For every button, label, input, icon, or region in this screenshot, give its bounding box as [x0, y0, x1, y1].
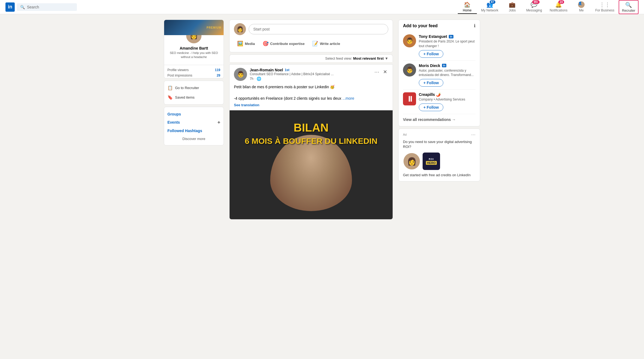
tony-avatar: 👨	[403, 34, 416, 47]
post-author-name[interactable]: Jean-Romain Noel 1st	[250, 68, 371, 72]
post-author-title: Consultant SEO Freelance | Adobe | Bitri…	[250, 72, 371, 76]
ad-body: Get started with free ad credits on Link…	[403, 173, 476, 178]
post-close-button[interactable]: ✕	[382, 68, 388, 76]
premium-badge: PREMIUM	[207, 26, 221, 29]
right-sidebar: Add to your feed ℹ 👨 Tony Estanguet in P…	[398, 20, 480, 220]
sidebar-events[interactable]: Events +	[167, 118, 220, 127]
nav-recruiter-label: Recruiter	[622, 9, 635, 13]
media-label: Media	[245, 42, 255, 46]
expertise-label: Contribute expertise	[270, 42, 305, 46]
business-icon: ⋮⋮	[599, 1, 610, 8]
sidebar-item-recruiter[interactable]: 📋 Go to Recruiter	[164, 83, 224, 93]
recruiter-link-icon: 📋	[167, 85, 173, 90]
home-icon: 🏠	[464, 1, 471, 8]
moris-avatar: 👨	[403, 63, 416, 77]
composer-media[interactable]: 🖼️ Media	[234, 38, 258, 49]
composer-article[interactable]: 📝 Write article	[309, 38, 343, 49]
post-image: BILAN 6 MOIS À BOUFFER DU LINKEDIN	[230, 110, 393, 219]
expertise-icon: 🎯	[263, 41, 269, 47]
saved-link-label: Saved items	[175, 95, 195, 99]
nav-jobs[interactable]: 💼 Jobs	[503, 0, 522, 14]
sidebar-hashtags[interactable]: Followed Hashtags	[167, 127, 220, 135]
suggest-item-creapills: ⏸ Creapills 🌶️ Company • Advertising Ser…	[403, 90, 476, 114]
tony-follow-button[interactable]: + Follow	[419, 50, 443, 58]
ad-menu-icon[interactable]: ⋯	[471, 132, 476, 137]
article-label: Write article	[320, 42, 340, 46]
start-post-input[interactable]: Start post	[249, 24, 388, 34]
sidebar-groups[interactable]: Groups	[167, 110, 220, 118]
search-bar[interactable]: 🔍 Search	[17, 3, 77, 11]
tony-title: Président de Paris 2024. Le sport peut t…	[419, 39, 476, 48]
post-impressions-stat[interactable]: Post impressions 29	[164, 73, 224, 78]
time-dot: ·	[254, 77, 255, 81]
creapills-follow-button[interactable]: + Follow	[419, 104, 443, 111]
feed-suggestions-card: Add to your feed ℹ 👨 Tony Estanguet in P…	[398, 20, 480, 126]
ad-profile-avatar: 👩	[403, 153, 420, 170]
feed: 👩 Start post 🖼️ Media 🎯 Contribute exper…	[229, 20, 393, 220]
post-composer: 👩 Start post 🖼️ Media 🎯 Contribute exper…	[229, 20, 393, 52]
creapills-name: Creapills 🌶️	[419, 92, 476, 97]
nav-home[interactable]: 🏠 Home	[458, 0, 477, 14]
saved-link-icon: 🔖	[167, 95, 173, 100]
messaging-badge: 99+	[532, 0, 540, 4]
profile-info: Amandine Bartt SEO medicine - I help you…	[164, 46, 224, 63]
main-nav: 🏠 Home 👥87 My Network 💼 Jobs 💬99+ Messag…	[458, 0, 639, 14]
feed-suggestions-title: Add to your feed	[403, 23, 438, 28]
post-more-link[interactable]: ...more	[342, 96, 354, 101]
jobs-icon: 💼	[509, 1, 516, 8]
post-actions: ⋯ ✕	[373, 68, 388, 76]
ad-images: 👩 ROI HERO	[403, 153, 476, 170]
nav-messaging[interactable]: 💬99+ Messaging	[523, 0, 545, 14]
ad-card: Ad ⋯ Do you need to save your digital ad…	[398, 129, 480, 181]
nav-notifications[interactable]: 🔔24 Notifications	[546, 0, 571, 14]
hashtags-label: Followed Hashtags	[167, 129, 202, 133]
suggest-item-tony: 👨 Tony Estanguet in Président de Paris 2…	[403, 32, 476, 61]
post-impressions-count: 29	[217, 74, 220, 77]
discover-more[interactable]: Discover more	[167, 135, 220, 142]
sidebar-links: 📋 Go to Recruiter 🔖 Saved items	[164, 81, 224, 105]
events-add-icon[interactable]: +	[217, 120, 220, 125]
profile-name[interactable]: Amandine Bartt	[167, 46, 220, 50]
creapills-avatar: ⏸	[403, 92, 416, 105]
left-sidebar: PREMIUM 👩 Amandine Bartt SEO medicine - …	[164, 20, 224, 220]
tony-info: Tony Estanguet in Président de Paris 202…	[419, 34, 476, 58]
moris-follow-button[interactable]: + Follow	[419, 79, 443, 87]
post-image-subtitle: 6 MOIS À BOUFFER DU LINKEDIN	[230, 136, 393, 146]
nav-me[interactable]: 👤 Me	[572, 0, 591, 14]
nav-business[interactable]: ⋮⋮ For Business	[592, 0, 618, 14]
ad-text: Do you need to save your digital adverti…	[403, 139, 476, 149]
tony-in-badge: in	[449, 35, 453, 38]
nav-network-label: My Network	[481, 8, 498, 12]
feed-sort-bar[interactable]: Select feed view: Most relevant first ▼	[229, 54, 393, 62]
post-author-avatar[interactable]: 👨	[234, 68, 247, 81]
post-body: Petit bilan de mes 6 premiers mois à pos…	[230, 84, 393, 110]
sidebar-item-saved[interactable]: 🔖 Saved items	[164, 93, 224, 102]
article-icon: 📝	[312, 41, 318, 47]
post-menu-button[interactable]: ⋯	[373, 68, 380, 76]
post-translate[interactable]: See translation	[234, 103, 388, 107]
profile-viewers-label: Profile viewers	[167, 68, 189, 72]
nav-recruiter[interactable]: 🔍 Recruiter	[619, 0, 639, 14]
profile-divider	[164, 65, 224, 65]
recruiter-link-label: Go to Recruiter	[175, 86, 199, 90]
nav-me-label: Me	[579, 8, 584, 12]
feed-sort-value: Most relevant first	[353, 56, 384, 60]
messaging-icon: 💬99+	[531, 1, 537, 8]
moris-name: Moris Dieck in	[419, 63, 476, 68]
composer-expertise[interactable]: 🎯 Contribute expertise	[259, 38, 308, 49]
globe-icon: 🌐	[257, 77, 261, 81]
profile-card: PREMIUM 👩 Amandine Bartt SEO medicine - …	[164, 20, 224, 78]
profile-viewers-count: 119	[215, 68, 220, 72]
profile-viewers-stat[interactable]: Profile viewers 119	[164, 67, 224, 73]
view-all-recommendations[interactable]: View all recommendations →	[403, 116, 476, 123]
post-header: 👨 Jean-Romain Noel 1st Consultant SEO Fr…	[230, 65, 393, 84]
search-placeholder: Search	[27, 5, 39, 9]
nav-network[interactable]: 👥87 My Network	[478, 0, 502, 14]
feed-suggestions-info-icon[interactable]: ℹ	[474, 23, 476, 28]
suggest-item-moris: 👨 Moris Dieck in Autor, podcaster, confe…	[403, 61, 476, 90]
media-icon: 🖼️	[237, 41, 243, 47]
network-badge: 87	[490, 0, 495, 4]
composer-top: 👩 Start post	[234, 23, 388, 35]
linkedin-logo[interactable]: in	[5, 2, 15, 12]
post-impressions-label: Post impressions	[167, 74, 192, 77]
